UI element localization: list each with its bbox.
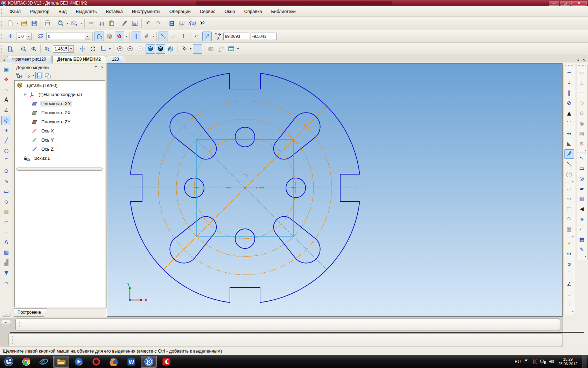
- menu-8[interactable]: Сервис: [195, 7, 220, 16]
- taskbar-ie[interactable]: e: [36, 356, 52, 368]
- sketch-mode-button[interactable]: [94, 32, 104, 41]
- arrange-tool[interactable]: ▦: [564, 225, 574, 234]
- object-help-button[interactable]: ?: [197, 19, 207, 28]
- dropdown-arrow-icon[interactable]: ▼: [189, 44, 192, 54]
- copy-properties-tool[interactable]: [564, 149, 574, 159]
- polygon-tool[interactable]: ◇: [1, 197, 11, 206]
- tangent-arc-tool[interactable]: ⌒: [564, 119, 574, 128]
- open-button[interactable]: [19, 19, 29, 28]
- cylinder-surface-tool[interactable]: ⊙: [577, 109, 587, 118]
- print-preview-button[interactable]: [56, 19, 65, 28]
- point-tool-3d[interactable]: ▲: [564, 109, 574, 118]
- point-snap-button[interactable]: [202, 32, 212, 41]
- tray-volume-icon[interactable]: [548, 359, 554, 364]
- property-panel-collapse-button[interactable]: ▸: [1, 320, 11, 325]
- cut-button[interactable]: ✂: [86, 19, 96, 28]
- marking-tool[interactable]: ◎: [577, 174, 587, 183]
- rectangle-tool[interactable]: ▭: [1, 187, 11, 196]
- perpendicular-plane-tool[interactable]: ⊥: [577, 78, 587, 88]
- grid-button[interactable]: #: [142, 32, 151, 41]
- menu-3[interactable]: Вид: [54, 7, 71, 16]
- hatch-tool[interactable]: ▧: [1, 248, 11, 257]
- dropdown-arrow-icon[interactable]: ▼: [79, 19, 83, 28]
- shaded-edges-view-button[interactable]: [156, 44, 165, 54]
- copy-style-tool[interactable]: [564, 159, 574, 169]
- hatch-yellow-tool[interactable]: ▨: [1, 207, 11, 217]
- stairs-tool[interactable]: ▟: [1, 258, 11, 267]
- menu-7[interactable]: Операции: [165, 7, 195, 16]
- tree-item[interactable]: Ось X: [15, 126, 105, 135]
- menu-9[interactable]: Окно: [220, 7, 239, 16]
- save-button[interactable]: [29, 19, 39, 28]
- rotate-component-tool[interactable]: ↷: [564, 214, 574, 224]
- perspective-view-button[interactable]: [166, 44, 175, 54]
- radius-dimension-tool[interactable]: ⌒: [564, 270, 574, 279]
- menu-1[interactable]: Файл: [5, 7, 25, 16]
- drawing-canvas[interactable]: Y X Y X: [107, 63, 562, 317]
- menu-5[interactable]: Вставка: [101, 7, 127, 16]
- close-icon[interactable]: ✕: [99, 64, 105, 70]
- library-crane-button[interactable]: [216, 44, 226, 54]
- rebuild-button[interactable]: [206, 44, 216, 54]
- layers-button[interactable]: [36, 32, 45, 41]
- tree-expander-icon[interactable]: −: [24, 93, 27, 96]
- start-button[interactable]: [1, 356, 17, 368]
- corner-button[interactable]: ⌐: [192, 32, 202, 41]
- minimize-button[interactable]: —: [549, 1, 559, 6]
- taskbar-word[interactable]: W: [123, 356, 139, 368]
- dropdown-arrow-icon[interactable]: ▼: [15, 19, 19, 28]
- tree-item[interactable]: Деталь (Тел-0): [15, 81, 105, 90]
- tab-prev-icon[interactable]: ◂: [1, 58, 6, 62]
- undo-button[interactable]: ↶: [144, 19, 153, 28]
- zoom-window-button[interactable]: [19, 44, 28, 54]
- hidden-lines-view-button[interactable]: [125, 44, 135, 54]
- clock[interactable]: 15:29 25.06.2012: [558, 357, 578, 366]
- tree-item[interactable]: Эскиз:1: [15, 154, 105, 163]
- tree-horizontal-scrollbar[interactable]: [16, 168, 103, 171]
- local-cs-button[interactable]: ↑: [179, 32, 188, 41]
- component-tool[interactable]: □: [564, 204, 574, 214]
- new-document-button[interactable]: [6, 19, 15, 28]
- move-component-tool[interactable]: ↔: [564, 194, 574, 204]
- language-indicator[interactable]: RU: [515, 359, 521, 364]
- document-tab-3[interactable]: 123: [107, 56, 124, 63]
- tree-relations-button[interactable]: [23, 72, 31, 79]
- snap-settings-button[interactable]: [159, 32, 168, 41]
- leader-tool[interactable]: ↖: [577, 154, 587, 163]
- document-tab-2[interactable]: Деталь БЕЗ ИМЕНИ2: [52, 56, 106, 63]
- tree-item[interactable]: −(т)Начало координат: [15, 90, 105, 99]
- tree-item[interactable]: Плоскость ZX: [15, 108, 105, 117]
- shaded-view-button[interactable]: [146, 44, 155, 54]
- auto-dimension-3d-tool[interactable]: ⚡: [564, 239, 574, 248]
- auto-dimension-tool[interactable]: ↔: [564, 129, 574, 138]
- copy-properties-button[interactable]: [120, 19, 130, 28]
- hatch-arrow-tool[interactable]: ▧: [577, 194, 587, 204]
- taskbar-media-player[interactable]: [71, 356, 87, 368]
- paste-button[interactable]: [107, 19, 116, 28]
- close-button[interactable]: ✕: [571, 1, 587, 6]
- taskbar-chrome[interactable]: [18, 356, 34, 368]
- pan-button[interactable]: [78, 44, 88, 54]
- menubar-handle[interactable]: [1, 8, 3, 15]
- ellipse-tool[interactable]: ⊙: [1, 166, 11, 176]
- segment-tool[interactable]: ─: [564, 68, 574, 77]
- show-desktop-button[interactable]: [582, 355, 587, 368]
- tree-item[interactable]: Плоскость ZY: [15, 117, 105, 126]
- toolbar-handle[interactable]: [1, 45, 4, 53]
- toolbar-handle[interactable]: [1, 20, 4, 27]
- tolerance-frame-tool[interactable]: ▦: [577, 235, 587, 244]
- spline-tool[interactable]: ~: [1, 227, 11, 237]
- redo-button[interactable]: ↷: [154, 19, 163, 28]
- menu-10[interactable]: Справка: [239, 7, 266, 16]
- document-tab-1[interactable]: Фрагмент рис120: [7, 56, 51, 63]
- toolbar-expand-icon[interactable]: ▸: [577, 149, 586, 152]
- sheet-down-tool[interactable]: ▼: [1, 268, 11, 278]
- surfaces-category[interactable]: ▱: [1, 85, 11, 95]
- tree-item[interactable]: Плоскость XY: [15, 99, 105, 108]
- tab-close-icon[interactable]: ✕: [582, 58, 585, 62]
- dropdown-arrow-icon[interactable]: ▼: [125, 32, 128, 41]
- fx-button[interactable]: f(x): [187, 19, 197, 28]
- layer-field-dropdown-icon[interactable]: ▼: [85, 33, 90, 40]
- title-bar[interactable]: K КОМПАС-3D V13 - Деталь БЕЗ ИМЕНИ2 —❏✕: [0, 0, 588, 6]
- pin-icon[interactable]: ⊤: [93, 64, 99, 70]
